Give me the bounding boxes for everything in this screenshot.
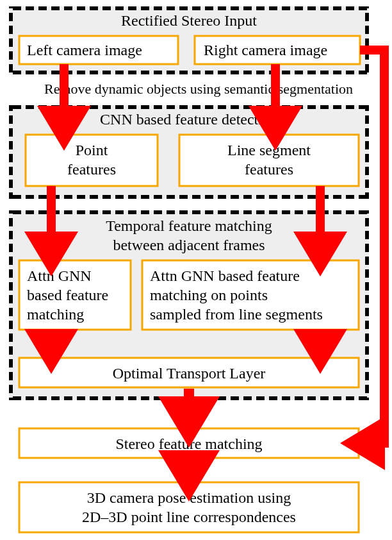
- node-pose-estimation-l2: 2D–3D point line correspondences: [82, 509, 296, 525]
- svg-rect-12: [9, 105, 13, 199]
- node-left-camera: Left camera image: [19, 36, 178, 64]
- node-line-features-l1: Line segment: [227, 142, 311, 158]
- node-gnn-points-l2: based feature: [27, 287, 108, 303]
- svg-rect-13: [365, 105, 369, 199]
- svg-rect-17: [9, 210, 369, 214]
- section-temporal-title-l2: between adjacent frames: [113, 237, 265, 253]
- node-gnn-lines-l2: matching on points: [150, 287, 268, 303]
- node-line-features: Line segment features: [179, 135, 359, 186]
- node-left-camera-label: Left camera image: [27, 42, 142, 58]
- node-stereo-matching-label: Stereo feature matching: [115, 435, 262, 452]
- node-gnn-points-l1: Attn GNN: [27, 267, 92, 284]
- node-gnn-lines-l3: sampled from line segments: [150, 306, 323, 323]
- node-pose-estimation: 3D camera pose estimation using 2D–3D po…: [19, 482, 359, 532]
- node-pose-estimation-l1: 3D camera pose estimation using: [87, 489, 291, 506]
- node-stereo-matching: Stereo feature matching: [19, 428, 359, 458]
- node-gnn-lines: Attn GNN based feature matching on point…: [142, 260, 359, 330]
- svg-rect-3: [9, 6, 369, 10]
- svg-rect-20: [365, 210, 369, 400]
- svg-rect-5: [9, 6, 13, 74]
- node-gnn-points-l3: matching: [27, 306, 84, 323]
- section-featdet-title: CNN based feature detection: [100, 111, 278, 128]
- svg-rect-19: [9, 210, 13, 400]
- node-right-camera: Right camera image: [195, 36, 360, 64]
- svg-rect-11: [9, 195, 369, 199]
- pipeline-diagram: Rectified Stereo Input Left camera image…: [0, 0, 392, 540]
- node-gnn-points: Attn GNN based feature matching: [19, 260, 131, 330]
- node-optimal-transport-label: Optimal Transport Layer: [113, 365, 266, 382]
- svg-rect-6: [365, 6, 369, 74]
- node-point-features-l1: Point: [76, 142, 108, 158]
- node-point-features-l2: features: [67, 161, 116, 178]
- annotation-remove-dynamic: Remove dynamic objects using semantic se…: [44, 81, 353, 97]
- node-right-camera-label: Right camera image: [204, 42, 327, 58]
- node-optimal-transport: Optimal Transport Layer: [19, 358, 359, 387]
- node-line-features-l2: features: [245, 161, 293, 178]
- node-gnn-lines-l1: Attn GNN based feature: [150, 267, 300, 284]
- section-input-title: Rectified Stereo Input: [121, 12, 257, 29]
- node-point-features: Point features: [26, 135, 158, 186]
- section-temporal-matching: Temporal feature matching between adjace…: [9, 210, 369, 400]
- section-temporal-title-l1: Temporal feature matching: [106, 217, 272, 234]
